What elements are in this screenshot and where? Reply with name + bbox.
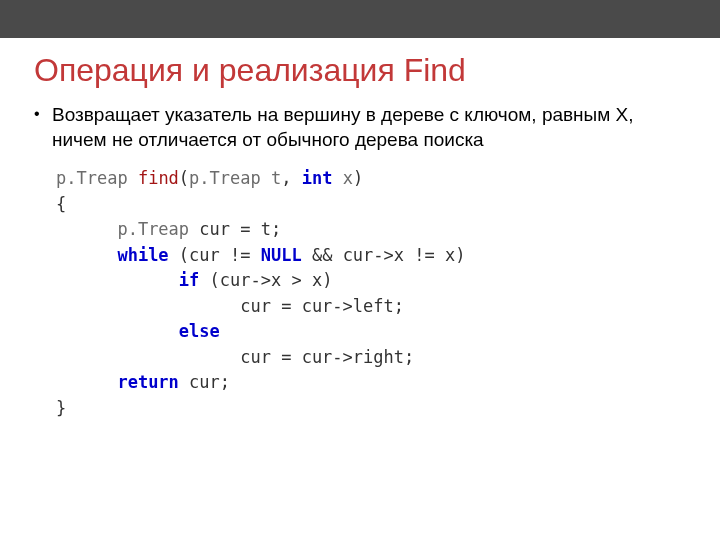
bullet-text: Возвращает указатель на вершину в дереве… bbox=[34, 103, 686, 152]
code-brace-close: } bbox=[56, 398, 66, 418]
code-block: p.Treap find(p.Treap t, int x) { p.Treap… bbox=[34, 166, 686, 421]
code-type: p.Treap bbox=[117, 219, 189, 239]
top-bar bbox=[0, 0, 720, 38]
code-line: p.Treap find(p.Treap t, int x) bbox=[56, 166, 686, 192]
code-paren-close: ) bbox=[353, 168, 363, 188]
code-if: if bbox=[179, 270, 199, 290]
code-return: return bbox=[117, 372, 178, 392]
code-param-name: t bbox=[261, 168, 281, 188]
code-decl: cur = t; bbox=[189, 219, 281, 239]
code-brace: { bbox=[56, 194, 66, 214]
code-line: else bbox=[56, 319, 686, 345]
code-if-cond: (cur->x > x) bbox=[199, 270, 332, 290]
slide-content: Операция и реализация Find Возвращает ук… bbox=[0, 38, 720, 421]
code-assign: cur = cur->left; bbox=[240, 296, 404, 316]
code-param-type: p.Treap bbox=[189, 168, 261, 188]
code-comma: , bbox=[281, 168, 301, 188]
code-line: { bbox=[56, 192, 686, 218]
code-line: return cur; bbox=[56, 370, 686, 396]
code-line: } bbox=[56, 396, 686, 422]
slide-title: Операция и реализация Find bbox=[34, 52, 686, 89]
code-return-val: cur; bbox=[179, 372, 230, 392]
code-cond-rest: && cur->x != x) bbox=[302, 245, 466, 265]
code-int: int bbox=[302, 168, 333, 188]
code-assign-right: cur = cur->right; bbox=[240, 347, 414, 367]
code-cond: (cur != bbox=[169, 245, 261, 265]
code-line: cur = cur->left; bbox=[56, 294, 686, 320]
code-line: cur = cur->right; bbox=[56, 345, 686, 371]
code-line: if (cur->x > x) bbox=[56, 268, 686, 294]
code-paren: ( bbox=[179, 168, 189, 188]
code-func-name: find bbox=[138, 168, 179, 188]
code-param-x: x bbox=[332, 168, 352, 188]
code-while: while bbox=[117, 245, 168, 265]
code-null: NULL bbox=[261, 245, 302, 265]
code-type: p.Treap bbox=[56, 168, 128, 188]
code-line: while (cur != NULL && cur->x != x) bbox=[56, 243, 686, 269]
code-else: else bbox=[179, 321, 220, 341]
code-line: p.Treap cur = t; bbox=[56, 217, 686, 243]
